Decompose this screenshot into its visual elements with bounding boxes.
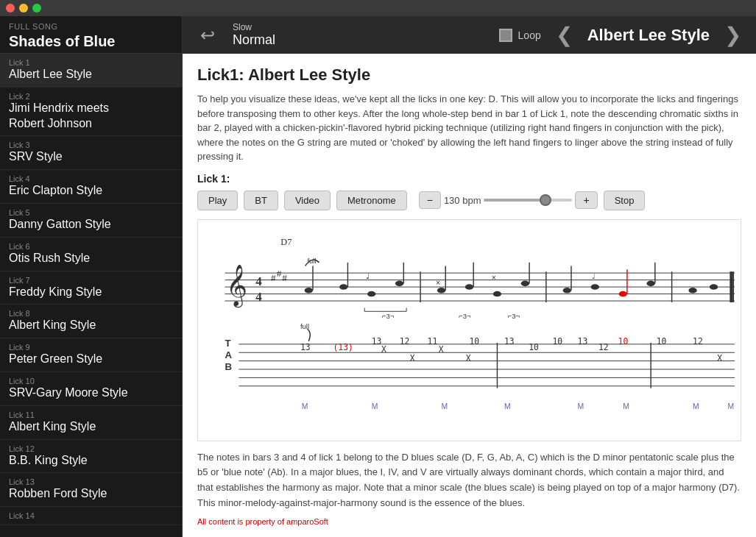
bpm-slider-fill [484,199,541,202]
speed-indicator: Slow Normal [233,22,275,48]
svg-text:♩: ♩ [592,271,596,280]
svg-text:10: 10 [552,335,562,346]
sidebar-item-lick6[interactable]: Lick 6 Otis Rush Style [0,238,182,271]
sidebar-lick-name-4: Eric Clapton Style [9,183,173,199]
slow-label: Slow [233,22,252,32]
svg-text:M: M [442,402,448,410]
svg-point-12 [305,288,313,294]
svg-text:13: 13 [300,342,311,352]
svg-text:M: M [504,402,511,410]
minimize-button[interactable] [19,4,28,13]
sidebar-full-song[interactable]: Full Song Shades of Blue [0,16,182,54]
bpm-slider-thumb[interactable] [540,194,551,206]
loop-checkbox[interactable] [499,29,512,42]
main-content: Lick1: Albert Lee Style To help you visu… [183,54,756,537]
close-button[interactable] [6,4,15,13]
svg-text:B: B [225,360,232,371]
bpm-value-label: 130 bpm [444,195,481,206]
svg-text:#: # [271,272,276,283]
sidebar-lick-label-6: Lick 6 [9,242,173,251]
sidebar-lick-label-11: Lick 11 [9,410,173,419]
sheet-music: D7 𝄞 4 4 # # # [197,219,741,441]
back-button[interactable]: ↩ [194,24,221,47]
maximize-button[interactable] [32,4,41,13]
sidebar-item-lick11[interactable]: Lick 11 Albert King Style [0,406,182,440]
sidebar-lick-name-2: Jimi Hendrix meetsRobert Johnson [9,101,173,132]
svg-text:X: X [717,352,722,363]
sidebar-item-lick2[interactable]: Lick 2 Jimi Hendrix meetsRobert Johnson [0,88,182,137]
sidebar-item-lick3[interactable]: Lick 3 SRV Style [0,136,182,170]
sidebar-item-lick7[interactable]: Lick 7 Freddy King Style [0,271,182,305]
svg-text:4: 4 [255,274,262,288]
svg-point-26 [437,288,445,294]
content-area: ↩ Slow Normal Loop ❮ Albert Lee Style ❯ … [183,16,756,537]
sidebar-lick-name-10: SRV-Gary Moore Style [9,385,173,401]
full-song-title: Shades of Blue [9,32,173,50]
stop-button[interactable]: Stop [604,191,646,210]
svg-text:13: 13 [504,335,515,346]
sidebar-lick-label-5: Lick 5 [9,208,173,217]
sidebar-lick-label-3: Lick 3 [9,141,173,149]
svg-point-40 [591,284,599,290]
sidebar-lick-name-1: Albert Lee Style [9,67,173,82]
svg-text:D7: D7 [280,237,292,247]
svg-text:10: 10 [529,342,539,352]
sidebar-item-lick5[interactable]: Lick 5 Danny Gatton Style [0,204,182,238]
play-button[interactable]: Play [197,191,238,210]
sidebar-item-lick13[interactable]: Lick 13 Robben Ford Style [0,473,182,507]
svg-text:M: M [302,402,308,410]
svg-text:M: M [728,402,735,410]
sidebar-lick-name-9: Peter Green Style [9,352,173,367]
svg-text:12: 12 [598,342,609,352]
svg-point-48 [710,284,718,290]
sidebar: Full Song Shades of Blue Lick 1 Albert L… [0,16,183,537]
sidebar-item-lick14[interactable]: Lick 14 [0,507,182,525]
svg-text:M: M [578,402,584,410]
svg-text:⌐3¬: ⌐3¬ [382,311,395,319]
svg-text:×: × [492,273,496,281]
sidebar-item-lick10[interactable]: Lick 10 SRV-Gary Moore Style [0,372,182,406]
svg-text:full: full [300,322,309,330]
sidebar-item-lick1[interactable]: Lick 1 Albert Lee Style [0,54,182,88]
toolbar: ↩ Slow Normal Loop ❮ Albert Lee Style ❯ [183,16,756,54]
sidebar-item-lick12[interactable]: Lick 12 B.B. King Style [0,440,182,474]
svg-point-42 [619,291,627,296]
sidebar-item-lick4[interactable]: Lick 4 Eric Clapton Style [0,170,182,204]
svg-text:×: × [436,279,440,287]
bpm-decrease-button[interactable]: − [419,191,441,209]
svg-text:10: 10 [618,335,629,346]
sidebar-lick-name-3: SRV Style [9,149,173,165]
svg-text:11: 11 [428,335,438,346]
sidebar-item-lick9[interactable]: Lick 9 Peter Green Style [0,338,182,372]
prev-nav-icon[interactable]: ❮ [553,23,576,47]
lick-subtitle: Lick 1: [197,173,741,185]
svg-text:#: # [277,267,282,278]
bt-button[interactable]: BT [244,191,278,210]
svg-text:10: 10 [657,335,667,346]
metronome-button[interactable]: Metronome [336,191,407,210]
music-notation-svg: D7 𝄞 4 4 # # # [204,226,735,432]
svg-point-17 [367,291,375,296]
video-button[interactable]: Video [284,191,331,210]
traffic-lights [6,4,41,13]
next-nav-icon[interactable]: ❯ [721,23,744,47]
bottom-text: The notes in bars 3 and 4 of lick 1 belo… [197,450,741,511]
svg-text:M: M [693,402,699,410]
current-lick-label: Albert Lee Style [587,26,710,45]
sidebar-lick-label-1: Lick 1 [9,58,173,67]
bpm-slider[interactable] [484,193,572,207]
sidebar-lick-name-8: Albert King Style [9,318,173,333]
sidebar-item-lick8[interactable]: Lick 8 Albert King Style [0,305,182,338]
sidebar-lick-name-5: Danny Gatton Style [9,217,173,232]
sidebar-lick-name-11: Albert King Style [9,419,173,435]
svg-text:X: X [410,352,415,363]
bpm-increase-button[interactable]: + [575,191,597,209]
svg-text:♩: ♩ [366,271,370,280]
svg-point-29 [465,284,473,290]
svg-text:12: 12 [693,335,703,346]
sidebar-lick-name-7: Freddy King Style [9,285,173,300]
sidebar-lick-label-12: Lick 12 [9,444,173,453]
loop-area: Loop [499,29,541,42]
svg-text:⌐3¬: ⌐3¬ [508,311,520,319]
svg-text:𝄞: 𝄞 [226,264,247,308]
